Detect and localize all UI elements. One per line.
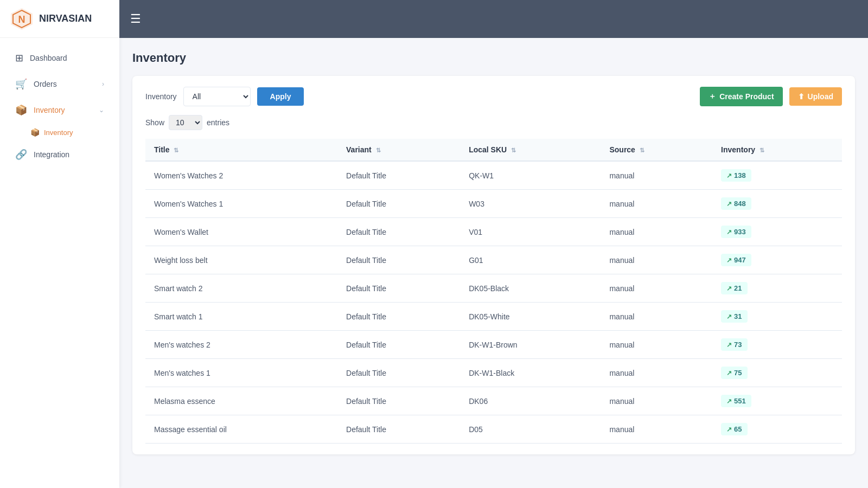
cell-inventory: ↗ 933 — [712, 218, 842, 246]
cell-title: Men's watches 1 — [145, 359, 337, 387]
cell-variant: Default Title — [337, 415, 460, 444]
cell-title: Smart watch 1 — [145, 303, 337, 331]
cell-inventory: ↗ 21 — [712, 274, 842, 303]
inventory-badge: ↗ 31 — [721, 310, 747, 323]
inventory-arrow-icon: ⌄ — [99, 106, 104, 114]
table-row: Women's Watches 1 Default Title W03 manu… — [145, 190, 842, 218]
svg-text:N: N — [18, 14, 25, 25]
cell-variant: Default Title — [337, 246, 460, 274]
cell-variant: Default Title — [337, 190, 460, 218]
trend-up-icon: ↗ — [726, 256, 732, 264]
col-local-sku[interactable]: Local SKU ⇅ — [460, 139, 601, 161]
sort-variant-icon: ⇅ — [376, 147, 381, 153]
inventory-sub-icon: 📦 — [30, 128, 40, 137]
page-title: Inventory — [132, 51, 855, 65]
trend-up-icon: ↗ — [726, 313, 732, 320]
cell-local-sku: DK05-White — [460, 303, 601, 331]
col-source[interactable]: Source ⇅ — [601, 139, 712, 161]
sort-source-icon: ⇅ — [640, 147, 644, 153]
cell-title: Women's Wallet — [145, 218, 337, 246]
cell-source: manual — [601, 303, 712, 331]
sidebar-item-inventory[interactable]: 📦 Inventory ⌄ — [4, 98, 115, 123]
filter-label: Inventory — [145, 92, 177, 101]
cell-variant: Default Title — [337, 218, 460, 246]
col-variant[interactable]: Variant ⇅ — [337, 139, 460, 161]
trend-up-icon: ↗ — [726, 285, 732, 292]
cell-source: manual — [601, 161, 712, 190]
trend-up-icon: ↗ — [726, 426, 732, 433]
cell-local-sku: DK-W1-Brown — [460, 331, 601, 359]
cell-source: manual — [601, 190, 712, 218]
cell-title: Massage essential oil — [145, 415, 337, 444]
inventory-badge: ↗ 73 — [721, 338, 747, 351]
cell-variant: Default Title — [337, 274, 460, 303]
orders-arrow-icon: › — [102, 80, 104, 88]
dashboard-icon: ⊞ — [15, 52, 23, 64]
cell-title: Smart watch 2 — [145, 274, 337, 303]
cell-local-sku: W03 — [460, 190, 601, 218]
upload-label: Upload — [808, 92, 833, 101]
cell-source: manual — [601, 415, 712, 444]
cell-inventory: ↗ 31 — [712, 303, 842, 331]
topbar: ☰ — [119, 0, 868, 38]
inventory-badge: ↗ 21 — [721, 282, 747, 294]
sidebar-item-inventory-sub-label: Inventory — [44, 129, 73, 137]
cell-inventory: ↗ 848 — [712, 190, 842, 218]
cell-inventory: ↗ 73 — [712, 331, 842, 359]
trend-up-icon: ↗ — [726, 397, 732, 405]
create-product-icon: ＋ — [709, 92, 716, 101]
sidebar-item-integration[interactable]: 🔗 Integration — [4, 142, 115, 167]
col-title[interactable]: Title ⇅ — [145, 139, 337, 161]
cell-local-sku: DK06 — [460, 387, 601, 415]
table-head: Title ⇅ Variant ⇅ Local SKU ⇅ — [145, 139, 842, 161]
entries-label: entries — [207, 118, 229, 127]
cell-title: Women's Watches 1 — [145, 190, 337, 218]
sidebar-item-inventory-label: Inventory — [34, 106, 65, 114]
table-row: Men's watches 2 Default Title DK-W1-Brow… — [145, 331, 842, 359]
trend-up-icon: ↗ — [726, 200, 732, 208]
show-label: Show — [145, 118, 164, 127]
filter-card: Inventory All Low Stock In Stock Out of … — [132, 76, 855, 454]
cell-inventory: ↗ 947 — [712, 246, 842, 274]
inventory-submenu: 📦 Inventory — [0, 124, 119, 141]
cell-variant: Default Title — [337, 303, 460, 331]
show-entries-select[interactable]: 10 25 50 100 — [169, 115, 202, 130]
cell-title: Women's Watches 2 — [145, 161, 337, 190]
create-product-label: Create Product — [719, 92, 774, 101]
sidebar: N NIRVASIAN ⊞ Dashboard 🛒 Orders › 📦 Inv… — [0, 0, 119, 488]
inventory-filter-select[interactable]: All Low Stock In Stock Out of Stock — [183, 87, 251, 106]
sidebar-item-inventory-sub[interactable]: 📦 Inventory — [4, 124, 115, 141]
sort-title-icon: ⇅ — [174, 147, 178, 153]
cell-local-sku: G01 — [460, 246, 601, 274]
table-row: Massage essential oil Default Title D05 … — [145, 415, 842, 444]
sidebar-item-orders-label: Orders — [34, 80, 57, 88]
main-area: ☰ Inventory Inventory All Low Stock In S… — [119, 0, 868, 488]
inventory-badge: ↗ 138 — [721, 169, 751, 182]
sidebar-item-orders[interactable]: 🛒 Orders › — [4, 72, 115, 97]
cell-local-sku: D05 — [460, 415, 601, 444]
cell-variant: Default Title — [337, 387, 460, 415]
top-actions: ＋ Create Product ⬆ Upload — [700, 87, 842, 106]
col-inventory[interactable]: Inventory ⇅ — [712, 139, 842, 161]
page-content: Inventory Inventory All Low Stock In Sto… — [119, 38, 868, 488]
trend-up-icon: ↗ — [726, 341, 732, 349]
cell-source: manual — [601, 331, 712, 359]
hamburger-icon[interactable]: ☰ — [130, 12, 141, 26]
inventory-badge: ↗ 551 — [721, 395, 751, 407]
cell-title: Men's watches 2 — [145, 331, 337, 359]
trend-up-icon: ↗ — [726, 228, 732, 236]
apply-button[interactable]: Apply — [257, 87, 304, 106]
create-product-button[interactable]: ＋ Create Product — [700, 87, 782, 106]
cell-inventory: ↗ 138 — [712, 161, 842, 190]
table-row: Men's watches 1 Default Title DK-W1-Blac… — [145, 359, 842, 387]
table-wrapper: Title ⇅ Variant ⇅ Local SKU ⇅ — [145, 139, 842, 444]
cell-local-sku: DK05-Black — [460, 274, 601, 303]
sidebar-item-dashboard[interactable]: ⊞ Dashboard — [4, 46, 115, 70]
inventory-badge: ↗ 65 — [721, 423, 747, 435]
table-row: Weight loss belt Default Title G01 manua… — [145, 246, 842, 274]
cell-inventory: ↗ 65 — [712, 415, 842, 444]
upload-button[interactable]: ⬆ Upload — [789, 87, 842, 106]
table-row: Smart watch 2 Default Title DK05-Black m… — [145, 274, 842, 303]
cell-inventory: ↗ 551 — [712, 387, 842, 415]
table-body: Women's Watches 2 Default Title QK-W1 ma… — [145, 161, 842, 444]
